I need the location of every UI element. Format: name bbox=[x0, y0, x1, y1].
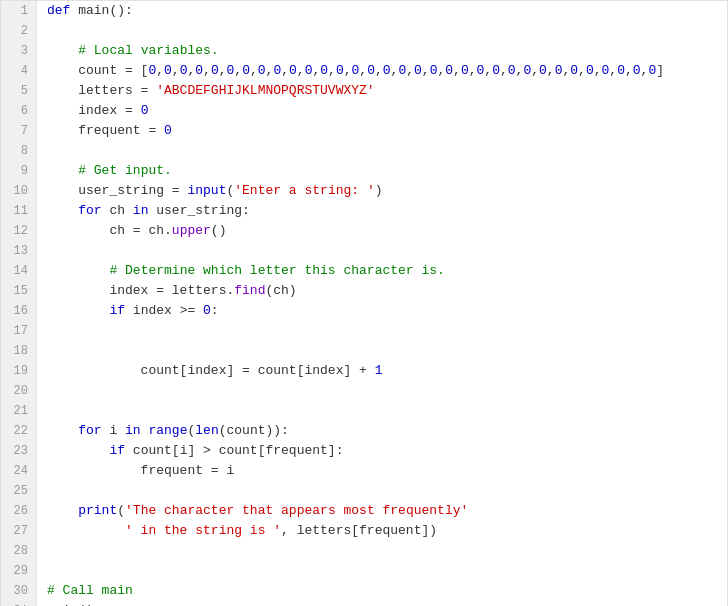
token-plain: , bbox=[219, 61, 227, 81]
token-number: 0 bbox=[336, 61, 344, 81]
code-line: if index >= 0: bbox=[47, 301, 727, 321]
token-plain: , bbox=[187, 61, 195, 81]
token-plain: , bbox=[500, 61, 508, 81]
code-line: # Get input. bbox=[47, 161, 727, 181]
token-number: 0 bbox=[461, 61, 469, 81]
token-plain: , bbox=[641, 61, 649, 81]
token-plain: , bbox=[594, 61, 602, 81]
line-number: 12 bbox=[1, 221, 36, 241]
token-comment: # Determine which letter this character … bbox=[109, 261, 444, 281]
token-plain: user_string: bbox=[148, 201, 249, 221]
line-number: 5 bbox=[1, 81, 36, 101]
line-number: 13 bbox=[1, 241, 36, 261]
token-number: 0 bbox=[539, 61, 547, 81]
token-number: 0 bbox=[555, 61, 563, 81]
token-plain: i bbox=[102, 421, 125, 441]
line-number: 9 bbox=[1, 161, 36, 181]
token-plain: ] bbox=[656, 61, 664, 81]
token-plain: , bbox=[625, 61, 633, 81]
code-editor: 1234567891011121314151617181920212223242… bbox=[0, 0, 728, 606]
token-plain: ( bbox=[117, 501, 125, 521]
line-number: 1 bbox=[1, 1, 36, 21]
token-plain: , bbox=[531, 61, 539, 81]
line-number: 6 bbox=[1, 101, 36, 121]
token-plain bbox=[47, 441, 109, 461]
code-line bbox=[47, 561, 727, 581]
token-plain: , bbox=[359, 61, 367, 81]
code-line: # Local variables. bbox=[47, 41, 727, 61]
line-number: 30 bbox=[1, 581, 36, 601]
line-number: 23 bbox=[1, 441, 36, 461]
token-plain: , bbox=[266, 61, 274, 81]
token-number: 0 bbox=[445, 61, 453, 81]
token-number: 0 bbox=[203, 301, 211, 321]
token-plain: count[i] > count[frequent]: bbox=[125, 441, 343, 461]
token-number: 0 bbox=[367, 61, 375, 81]
token-plain: main() bbox=[47, 601, 94, 606]
token-plain bbox=[47, 41, 78, 61]
token-plain: index = bbox=[47, 101, 141, 121]
token-plain: , letters[frequent]) bbox=[281, 521, 437, 541]
token-kw: for bbox=[78, 201, 101, 221]
token-plain: index = letters. bbox=[47, 281, 234, 301]
token-string: 'ABCDEFGHIJKLMNOPQRSTUVWXYZ' bbox=[156, 81, 374, 101]
line-number: 18 bbox=[1, 341, 36, 361]
line-number: 4 bbox=[1, 61, 36, 81]
token-builtin: len bbox=[195, 421, 218, 441]
line-number: 24 bbox=[1, 461, 36, 481]
code-line bbox=[47, 541, 727, 561]
token-comment: # Local variables. bbox=[78, 41, 218, 61]
code-line: def main(): bbox=[47, 1, 727, 21]
token-number: 0 bbox=[383, 61, 391, 81]
token-builtin: input bbox=[187, 181, 226, 201]
token-plain: , bbox=[203, 61, 211, 81]
token-plain: ( bbox=[226, 181, 234, 201]
token-plain: count[index] = count[index] + bbox=[47, 361, 375, 381]
token-plain: : bbox=[211, 301, 219, 321]
code-line: frequent = i bbox=[47, 461, 727, 481]
token-plain bbox=[47, 261, 109, 281]
code-content[interactable]: def main(): # Local variables. count = [… bbox=[37, 1, 727, 606]
token-number: 0 bbox=[586, 61, 594, 81]
token-number: 0 bbox=[164, 61, 172, 81]
code-line: letters = 'ABCDEFGHIJKLMNOPQRSTUVWXYZ' bbox=[47, 81, 727, 101]
line-number: 2 bbox=[1, 21, 36, 41]
token-plain: frequent = bbox=[47, 121, 164, 141]
token-plain: , bbox=[547, 61, 555, 81]
code-line bbox=[47, 401, 727, 421]
line-number: 21 bbox=[1, 401, 36, 421]
code-line: # Call main bbox=[47, 581, 727, 601]
line-number: 8 bbox=[1, 141, 36, 161]
token-plain: , bbox=[469, 61, 477, 81]
token-number: 0 bbox=[398, 61, 406, 81]
line-number: 28 bbox=[1, 541, 36, 561]
code-line: ch = ch.upper() bbox=[47, 221, 727, 241]
token-number: 0 bbox=[148, 61, 156, 81]
code-line: index = letters.find(ch) bbox=[47, 281, 727, 301]
token-kw: for bbox=[78, 421, 101, 441]
token-plain: , bbox=[375, 61, 383, 81]
token-plain: , bbox=[344, 61, 352, 81]
token-number: 0 bbox=[430, 61, 438, 81]
token-builtin: range bbox=[148, 421, 187, 441]
line-number: 17 bbox=[1, 321, 36, 341]
token-plain: , bbox=[312, 61, 320, 81]
token-plain: ch = ch. bbox=[47, 221, 172, 241]
token-number: 0 bbox=[414, 61, 422, 81]
token-plain: index >= bbox=[125, 301, 203, 321]
token-plain: , bbox=[437, 61, 445, 81]
token-number: 1 bbox=[375, 361, 383, 381]
token-plain: ch bbox=[102, 201, 133, 221]
code-line: for i in range(len(count)): bbox=[47, 421, 727, 441]
token-plain: , bbox=[609, 61, 617, 81]
token-plain: , bbox=[328, 61, 336, 81]
token-kw: def bbox=[47, 1, 70, 21]
code-line: user_string = input('Enter a string: ') bbox=[47, 181, 727, 201]
token-plain bbox=[47, 161, 78, 181]
token-number: 0 bbox=[648, 61, 656, 81]
token-number: 0 bbox=[492, 61, 500, 81]
token-number: 0 bbox=[211, 61, 219, 81]
token-plain: () bbox=[211, 221, 227, 241]
token-plain bbox=[47, 521, 125, 541]
token-plain: , bbox=[281, 61, 289, 81]
